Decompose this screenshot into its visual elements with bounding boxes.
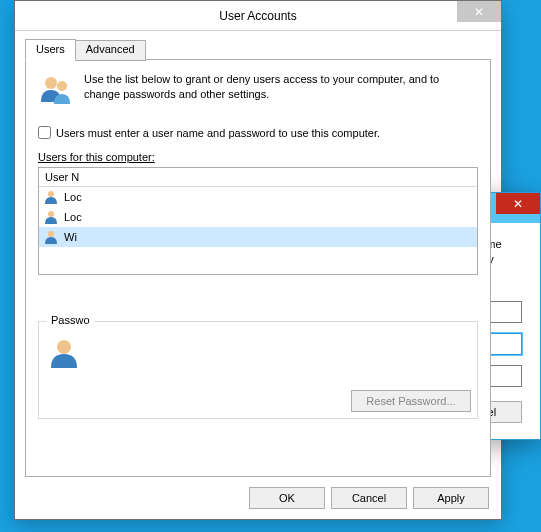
svg-point-0	[45, 77, 57, 89]
main-button-row: OK Cancel Apply	[249, 487, 489, 509]
svg-point-4	[48, 231, 54, 237]
list-item[interactable]: Loc	[39, 207, 477, 227]
avatar-icon	[47, 336, 81, 374]
dialog-close-button[interactable]: ✕	[496, 193, 540, 214]
list-item-label: Wi	[64, 231, 77, 243]
users-list[interactable]: User N Loc Loc Wi	[38, 167, 478, 275]
password-group: Passwo Reset Password...	[38, 321, 478, 419]
main-ok-button[interactable]: OK	[249, 487, 325, 509]
list-item-selected[interactable]: Wi	[39, 227, 477, 247]
users-list-label: Users for this computer:	[38, 151, 478, 163]
intro-text: Use the list below to grant or deny user…	[84, 72, 478, 112]
intro-row: Use the list below to grant or deny user…	[38, 72, 478, 112]
svg-point-1	[57, 81, 67, 91]
must-enter-label: Users must enter a user name and passwor…	[56, 127, 380, 139]
reset-password-button[interactable]: Reset Password...	[351, 390, 471, 412]
users-icon	[38, 72, 74, 112]
list-item[interactable]: Loc	[39, 187, 477, 207]
main-titlebar[interactable]: User Accounts ✕	[15, 1, 501, 31]
svg-point-2	[48, 191, 54, 197]
list-item-label: Loc	[64, 191, 82, 203]
main-window-title: User Accounts	[219, 9, 296, 23]
tabstrip: Users Advanced	[25, 39, 491, 60]
must-enter-checkbox[interactable]	[38, 126, 51, 139]
main-cancel-button[interactable]: Cancel	[331, 487, 407, 509]
tab-panel-users: Use the list below to grant or deny user…	[25, 59, 491, 477]
user-accounts-window: User Accounts ✕ Users Advanced Use the l…	[14, 0, 502, 520]
tab-advanced[interactable]: Advanced	[75, 40, 146, 61]
must-enter-row: Users must enter a user name and passwor…	[38, 126, 478, 139]
svg-point-5	[57, 340, 71, 354]
svg-point-3	[48, 211, 54, 217]
tab-users[interactable]: Users	[25, 39, 76, 60]
users-list-header[interactable]: User N	[39, 168, 477, 187]
main-body: Users Advanced Use the list below to gra…	[15, 31, 501, 487]
password-group-legend: Passwo	[47, 314, 94, 326]
main-close-button[interactable]: ✕	[457, 1, 501, 22]
main-apply-button[interactable]: Apply	[413, 487, 489, 509]
list-item-label: Loc	[64, 211, 82, 223]
